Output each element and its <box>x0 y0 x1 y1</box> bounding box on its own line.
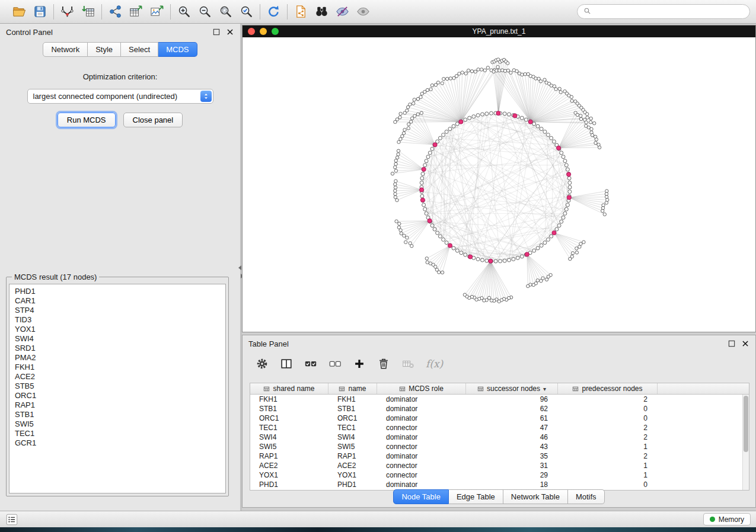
ring-node[interactable] <box>563 159 567 163</box>
leaf-node[interactable] <box>506 62 509 65</box>
leaf-node[interactable] <box>394 159 397 162</box>
mcds-node-item[interactable]: YOX1 <box>15 325 220 334</box>
ring-node[interactable] <box>422 203 426 207</box>
ring-node[interactable] <box>425 159 428 163</box>
leaf-node[interactable] <box>413 98 416 101</box>
leaf-node[interactable] <box>590 127 593 130</box>
leaf-node[interactable] <box>540 279 543 282</box>
leaf-node[interactable] <box>486 66 489 69</box>
ring-node[interactable] <box>438 136 442 140</box>
leaf-node[interactable] <box>397 140 400 143</box>
ring-node[interactable] <box>524 118 528 121</box>
ring-node[interactable] <box>428 151 432 155</box>
ring-node[interactable] <box>503 112 506 116</box>
leaf-node[interactable] <box>579 114 582 117</box>
leaf-node[interactable] <box>586 113 589 116</box>
ring-node[interactable] <box>516 256 519 259</box>
ring-node[interactable] <box>426 155 430 159</box>
minimize-window-light[interactable] <box>260 28 267 35</box>
ring-node[interactable] <box>476 114 480 117</box>
ring-node[interactable] <box>490 111 493 115</box>
table-scrollbar[interactable] <box>742 395 749 490</box>
leaf-node[interactable] <box>397 226 400 229</box>
ring-node[interactable] <box>436 231 439 235</box>
ring-node[interactable] <box>423 164 427 167</box>
table-row[interactable]: TEC1TEC1connector472 <box>250 423 749 432</box>
leaf-node[interactable] <box>394 186 397 189</box>
leaf-node[interactable] <box>570 95 573 98</box>
search-box[interactable] <box>577 4 750 19</box>
leaf-node[interactable] <box>403 234 406 237</box>
mcds-dominator-node[interactable] <box>433 143 437 147</box>
table-row[interactable]: SWI5SWI5connector431 <box>250 442 749 451</box>
table-tab-motifs[interactable]: Motifs <box>568 489 605 504</box>
ring-node[interactable] <box>563 211 567 215</box>
leaf-node[interactable] <box>579 117 582 120</box>
leaf-node[interactable] <box>575 247 578 250</box>
leaf-node[interactable] <box>585 121 588 124</box>
close-panel-icon[interactable] <box>226 28 234 36</box>
ring-node[interactable] <box>568 185 572 189</box>
mcds-node-item[interactable]: PHD1 <box>15 287 220 296</box>
ring-node[interactable] <box>520 116 524 120</box>
leaf-node[interactable] <box>394 180 397 182</box>
export-image-icon[interactable] <box>149 4 165 20</box>
leaf-node[interactable] <box>406 109 409 112</box>
mcds-result-list[interactable]: PHD1CAR1STP4TID3YOX1SWI4SRD1PMA2FKH1ACE2… <box>9 284 226 493</box>
leaf-node[interactable] <box>413 114 416 117</box>
export-network-icon[interactable] <box>107 4 123 20</box>
leaf-node[interactable] <box>402 132 405 134</box>
leaf-node[interactable] <box>394 196 397 198</box>
network-graph-canvas[interactable] <box>243 37 755 332</box>
leaf-node[interactable] <box>559 91 562 94</box>
leaf-node[interactable] <box>483 69 486 72</box>
leaf-node[interactable] <box>532 283 535 286</box>
leaf-node[interactable] <box>575 251 578 254</box>
leaf-node[interactable] <box>429 88 432 91</box>
ring-node[interactable] <box>476 257 480 261</box>
leaf-node[interactable] <box>398 116 401 118</box>
refresh-icon[interactable] <box>266 4 282 20</box>
mcds-dominator-node[interactable] <box>459 120 463 124</box>
mcds-dominator-node[interactable] <box>496 111 500 116</box>
ring-node[interactable] <box>460 251 463 255</box>
mcds-node-item[interactable]: SWI4 <box>15 334 220 344</box>
leaf-node[interactable] <box>524 73 527 76</box>
leaf-node[interactable] <box>464 72 467 75</box>
ring-node[interactable] <box>485 112 489 116</box>
leaf-node[interactable] <box>521 73 524 76</box>
tab-mcds[interactable]: MCDS <box>158 42 197 57</box>
ring-node[interactable] <box>562 216 565 219</box>
leaf-node[interactable] <box>582 241 585 243</box>
ring-node[interactable] <box>543 130 547 133</box>
delete-row-icon[interactable] <box>376 356 391 371</box>
leaf-node[interactable] <box>591 133 594 136</box>
leaf-node[interactable] <box>539 80 542 83</box>
leaf-node[interactable] <box>477 68 480 71</box>
leaf-node[interactable] <box>410 120 413 123</box>
ring-node[interactable] <box>420 181 423 185</box>
leaf-node[interactable] <box>474 70 477 73</box>
leaf-node[interactable] <box>571 252 574 255</box>
ring-node[interactable] <box>452 246 455 250</box>
leaf-node[interactable] <box>446 77 449 80</box>
leaf-node[interactable] <box>589 121 592 124</box>
mcds-node-item[interactable]: CAR1 <box>15 296 220 306</box>
leaf-node[interactable] <box>435 268 438 271</box>
mcds-dominator-node[interactable] <box>468 255 473 259</box>
zoom-fit-icon[interactable] <box>218 4 234 20</box>
close-table-panel-icon[interactable] <box>741 339 749 348</box>
ring-node[interactable] <box>445 241 448 245</box>
mcds-dominator-node[interactable] <box>420 188 424 192</box>
mcds-node-item[interactable]: TEC1 <box>15 429 220 438</box>
import-network-icon[interactable] <box>59 4 75 20</box>
table-row[interactable]: ACE2ACE2connector311 <box>250 461 749 470</box>
leaf-node[interactable] <box>598 146 601 149</box>
ring-node[interactable] <box>560 220 563 223</box>
ring-node[interactable] <box>550 136 553 140</box>
leaf-node[interactable] <box>463 293 466 296</box>
mcds-dominator-node[interactable] <box>428 219 432 223</box>
ring-node[interactable] <box>420 177 424 180</box>
ring-node[interactable] <box>564 207 568 211</box>
column-header-MCDS-role[interactable]: MCDS role <box>377 383 466 394</box>
